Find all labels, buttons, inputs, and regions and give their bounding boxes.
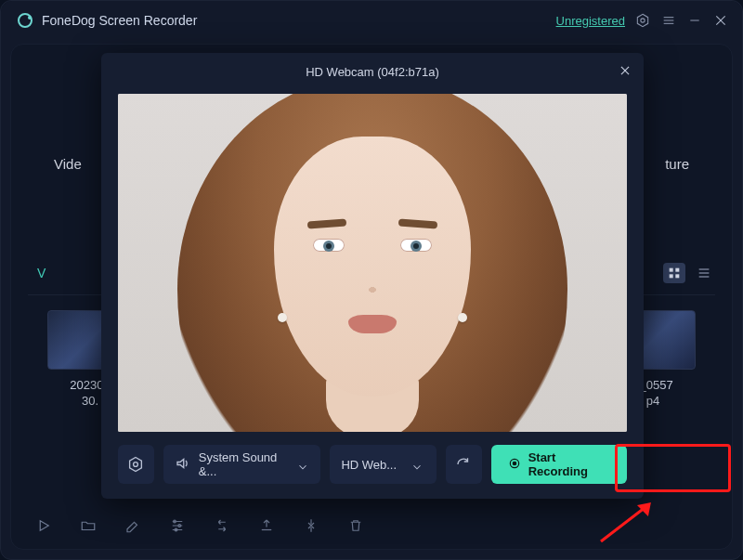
- modal-header: HD Webcam (04f2:b71a): [101, 53, 644, 90]
- sliders-icon[interactable]: [169, 517, 186, 534]
- start-recording-button[interactable]: Start Recording: [491, 445, 627, 484]
- svg-rect-11: [670, 274, 673, 278]
- svg-rect-9: [670, 267, 673, 271]
- svg-point-28: [513, 462, 516, 465]
- menu-icon[interactable]: [660, 12, 677, 29]
- upload-icon[interactable]: [258, 517, 275, 534]
- app-window: FoneDog Screen Recorder Unregistered Vid…: [0, 0, 743, 560]
- convert-icon[interactable]: [214, 517, 230, 534]
- folder-icon[interactable]: [80, 517, 97, 534]
- gallery-tab-video[interactable]: V: [28, 266, 46, 280]
- mode-label-left-partial: Vide: [54, 156, 82, 172]
- unregistered-link[interactable]: Unregistered: [556, 14, 625, 28]
- play-icon[interactable]: [35, 517, 52, 534]
- modal-close-button[interactable]: [616, 61, 634, 80]
- view-toggle: [663, 263, 715, 283]
- webcam-modal: HD Webcam (04f2:b71a): [101, 53, 644, 499]
- svg-marker-25: [130, 458, 142, 472]
- bottom-toolbar: [35, 517, 364, 534]
- compress-icon[interactable]: [303, 517, 319, 534]
- app-logo-icon: [18, 13, 33, 28]
- svg-marker-16: [40, 521, 48, 531]
- settings-gear-icon[interactable]: [634, 12, 651, 29]
- record-dot-icon: [508, 457, 521, 473]
- modal-settings-button[interactable]: [118, 445, 154, 484]
- chevron-down-icon: [411, 461, 425, 468]
- minimize-button[interactable]: [686, 12, 703, 29]
- webcam-preview: [118, 94, 627, 432]
- grid-view-button[interactable]: [663, 263, 685, 283]
- modal-title: HD Webcam (04f2:b71a): [306, 65, 439, 79]
- trash-icon[interactable]: [347, 517, 364, 534]
- refresh-button[interactable]: [446, 445, 482, 484]
- mode-label-right-partial: ture: [665, 156, 689, 172]
- audio-source-label: System Sound &...: [199, 450, 289, 478]
- svg-rect-12: [675, 274, 679, 278]
- svg-marker-0: [637, 14, 647, 26]
- speaker-icon: [175, 455, 191, 475]
- svg-rect-10: [675, 267, 679, 271]
- edit-icon[interactable]: [124, 517, 141, 534]
- audio-source-dropdown[interactable]: System Sound &...: [163, 445, 321, 484]
- app-title: FoneDog Screen Recorder: [42, 13, 197, 28]
- modal-controls: System Sound &... HD Web... Start: [101, 432, 644, 499]
- camera-source-label: HD Web...: [341, 458, 397, 472]
- list-view-button[interactable]: [693, 263, 715, 283]
- titlebar-left: FoneDog Screen Recorder: [18, 13, 197, 28]
- close-button[interactable]: [712, 12, 729, 29]
- chevron-down-icon: [296, 461, 310, 468]
- titlebar-right: Unregistered: [556, 12, 729, 29]
- gallery-tab-label-partial: V: [37, 266, 46, 280]
- start-recording-label: Start Recording: [528, 450, 610, 478]
- svg-point-1: [641, 19, 645, 22]
- camera-source-dropdown[interactable]: HD Web...: [330, 445, 436, 484]
- titlebar: FoneDog Screen Recorder Unregistered: [1, 1, 742, 40]
- svg-point-26: [134, 462, 138, 467]
